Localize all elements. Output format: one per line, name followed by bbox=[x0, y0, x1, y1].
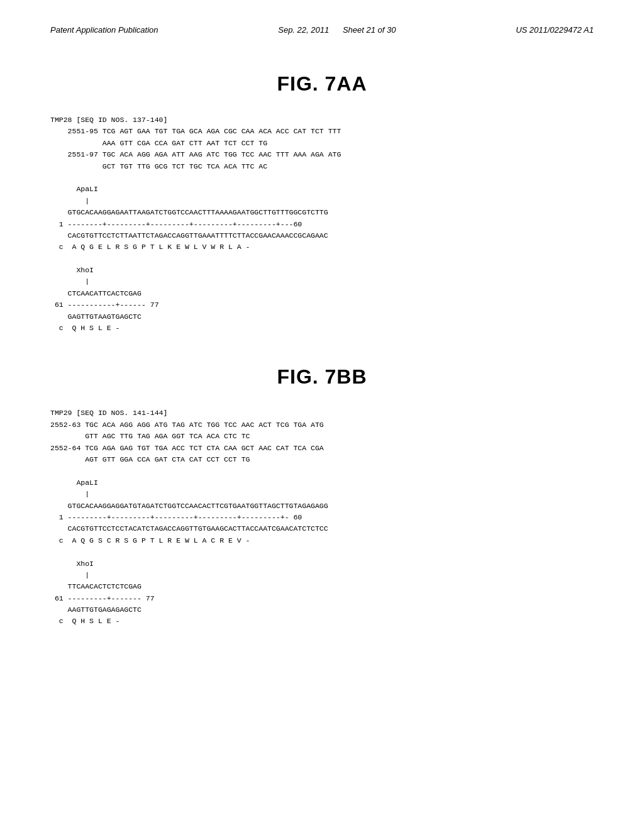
header-date: Sep. 22, 2011 bbox=[278, 25, 329, 35]
figure-7aa-content: TMP28 [SEQ ID NOS. 137-140] 2551-95 TCG … bbox=[50, 114, 594, 334]
figure-7bb-section: FIG. 7BB TMP29 [SEQ ID NOS. 141-144] 255… bbox=[50, 365, 594, 627]
figure-7bb-title: FIG. 7BB bbox=[50, 365, 594, 389]
figure-7aa-section: FIG. 7AA TMP28 [SEQ ID NOS. 137-140] 255… bbox=[50, 72, 594, 334]
header-sheet: Sheet 21 of 30 bbox=[343, 25, 396, 35]
page-header: Patent Application Publication Sep. 22, … bbox=[50, 25, 594, 35]
figure-7bb-content: TMP29 [SEQ ID NOS. 141-144] 2552-63 TGC … bbox=[50, 407, 594, 627]
header-publication-label: Patent Application Publication bbox=[50, 25, 158, 35]
header-patent-number: US 2011/0229472 A1 bbox=[516, 25, 594, 35]
page: Patent Application Publication Sep. 22, … bbox=[0, 0, 644, 830]
header-center: Sep. 22, 2011 Sheet 21 of 30 bbox=[278, 25, 396, 35]
figure-7aa-title: FIG. 7AA bbox=[50, 72, 594, 96]
